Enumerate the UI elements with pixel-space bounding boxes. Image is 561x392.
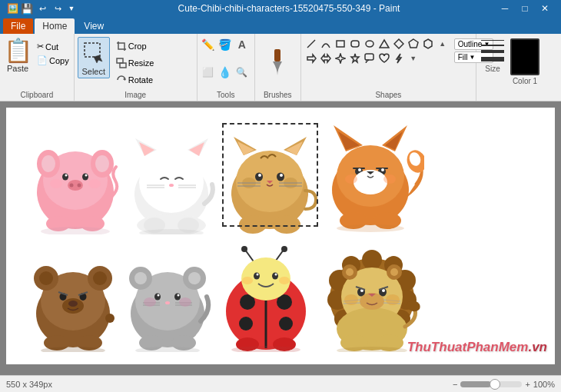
zoom-out-btn[interactable]: − — [453, 380, 457, 389]
star4-shape[interactable] — [334, 51, 347, 65]
tab-file[interactable]: File — [3, 18, 33, 34]
status-resolution: 550 x 349px — [6, 380, 52, 389]
arrow2-shape[interactable] — [319, 51, 333, 65]
image-group: Select Crop Resize Rotate — [75, 34, 198, 101]
paste-button[interactable]: 📋 Paste — [3, 37, 32, 75]
svg-marker-13 — [424, 39, 432, 48]
redo-quick-btn[interactable]: ↪ — [51, 2, 65, 15]
svg-point-84 — [381, 168, 384, 171]
close-btn[interactable]: ✕ — [535, 0, 555, 17]
canvas-area[interactable]: ThuThuatPhanMem.vn — [0, 101, 561, 375]
line-shape[interactable] — [304, 37, 318, 51]
color-label: Color 1 — [513, 77, 537, 85]
svg-marker-20 — [397, 54, 401, 63]
tab-home[interactable]: Home — [35, 18, 75, 34]
size-2[interactable] — [481, 45, 504, 46]
brushes-button[interactable] — [260, 44, 295, 81]
svg-point-144 — [279, 277, 290, 284]
svg-rect-3 — [120, 63, 126, 68]
paint-canvas[interactable]: ThuThuatPhanMem.vn — [6, 108, 555, 364]
qa-dropdown-btn[interactable]: ▼ — [66, 2, 77, 15]
svg-point-24 — [41, 155, 55, 172]
rounded-rect-shape[interactable] — [348, 37, 362, 51]
svg-point-45 — [169, 184, 174, 187]
brushes-group: Brushes — [255, 34, 301, 101]
svg-rect-5 — [274, 49, 280, 61]
svg-point-62 — [258, 174, 261, 177]
main-window: 🖼️ 💾 ↩ ↪ ▼ Cute-Chibi-chibi-characters-1… — [0, 0, 561, 392]
chibi-bear — [29, 244, 118, 352]
svg-point-83 — [358, 168, 361, 171]
pencil-tool[interactable]: ✏️ — [201, 37, 216, 52]
scroll-shape[interactable]: ▲ — [436, 37, 450, 51]
callout-shape[interactable] — [363, 51, 377, 65]
curve-shape[interactable] — [319, 37, 333, 51]
lightning-shape[interactable] — [392, 51, 406, 65]
text-tool[interactable]: A — [234, 37, 250, 52]
scroll2-shape[interactable]: ▼ — [407, 51, 420, 65]
undo-quick-btn[interactable]: ↩ — [35, 2, 49, 15]
image-label: Image — [78, 91, 194, 101]
ellipse-shape[interactable] — [363, 37, 377, 51]
svg-marker-15 — [321, 55, 330, 62]
shapes-label: Shapes — [304, 91, 473, 101]
svg-point-161 — [346, 268, 354, 276]
svg-point-72 — [273, 215, 300, 234]
svg-line-6 — [307, 40, 315, 48]
svg-point-141 — [257, 274, 259, 276]
hexa-shape[interactable] — [421, 37, 435, 51]
svg-marker-12 — [409, 39, 418, 48]
svg-point-34 — [50, 179, 62, 188]
resize-button[interactable]: Resize — [113, 55, 158, 71]
triangle-shape[interactable] — [377, 37, 391, 51]
svg-point-63 — [280, 174, 283, 177]
svg-point-28 — [82, 174, 88, 181]
size-label: Size — [485, 65, 500, 73]
tab-view[interactable]: View — [76, 18, 111, 34]
svg-point-97 — [93, 271, 107, 285]
status-bar: 550 x 349px − + 100% — [0, 375, 561, 392]
eraser-tool[interactable]: ⬜ — [201, 65, 216, 80]
svg-point-30 — [85, 174, 88, 177]
svg-point-143 — [242, 277, 253, 284]
rect-shape[interactable] — [334, 37, 347, 51]
color-box[interactable] — [510, 38, 539, 75]
diamond-shape[interactable] — [392, 37, 406, 51]
svg-point-123 — [144, 297, 156, 307]
penta-shape[interactable] — [407, 37, 420, 51]
color-pick-tool[interactable]: 💧 — [217, 65, 233, 80]
zoom-in-btn[interactable]: + — [525, 380, 529, 389]
size-4[interactable] — [481, 57, 504, 61]
select-button[interactable]: Select — [78, 37, 110, 78]
arrow-shape[interactable] — [304, 51, 318, 65]
size-3[interactable] — [481, 50, 504, 53]
crop-button[interactable]: Crop — [113, 38, 158, 54]
zoom-slider-thumb[interactable] — [490, 379, 500, 390]
minimize-btn[interactable]: ─ — [495, 0, 515, 17]
brushes-label: Brushes — [258, 91, 297, 101]
magnify-tool[interactable]: 🔍 — [234, 65, 250, 80]
shapes-group: ▲ ▼ Outline▼ — [301, 34, 476, 101]
save-quick-btn[interactable]: 💾 — [20, 2, 34, 15]
maximize-btn[interactable]: □ — [515, 0, 535, 17]
svg-point-103 — [68, 301, 78, 307]
svg-point-142 — [275, 274, 277, 276]
heart-shape[interactable] — [377, 51, 391, 65]
svg-point-118 — [165, 301, 170, 304]
svg-point-177 — [386, 294, 400, 305]
svg-point-111 — [134, 272, 147, 284]
copy-button[interactable]: 📄 Copy — [34, 54, 72, 67]
star5-shape[interactable] — [348, 51, 362, 65]
svg-point-40 — [139, 151, 204, 213]
svg-point-91 — [337, 224, 404, 232]
tools-label: Tools — [201, 91, 251, 101]
cut-button[interactable]: ✂ Cut — [34, 40, 72, 53]
svg-point-113 — [188, 272, 201, 284]
svg-marker-17 — [351, 54, 359, 62]
rotate-button[interactable]: Rotate — [113, 72, 158, 88]
chibi-gray-cat — [124, 244, 212, 352]
size-1[interactable] — [481, 40, 504, 41]
fill-tool[interactable]: 🪣 — [217, 37, 233, 52]
svg-point-106 — [105, 314, 115, 323]
svg-point-129 — [241, 246, 247, 252]
